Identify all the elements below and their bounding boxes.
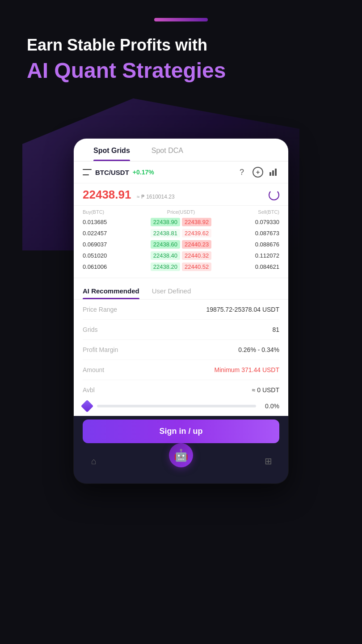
ticker-symbol: BTC/USDT xyxy=(95,169,129,176)
svg-rect-2 xyxy=(275,169,277,176)
grid-icon: ⊞ xyxy=(263,456,274,466)
settings-panel: AI Recommended User Defined Price Range … xyxy=(74,278,288,400)
order-book-row: 0.022457 22438.81 22439.62 0.087673 xyxy=(74,228,288,239)
svg-rect-0 xyxy=(269,172,271,176)
robot-fab[interactable] xyxy=(169,443,193,467)
col-sell-header: Sell(BTC) xyxy=(214,209,279,215)
ob-prices: 22438.60 22440.23 xyxy=(148,240,214,249)
settings-value: Minimum 371.44 USDT xyxy=(215,366,280,373)
top-bar xyxy=(0,0,362,21)
ob-sell-price: 22440.23 xyxy=(182,240,211,249)
settings-row: Price Range 19875.72-25378.04 USDT xyxy=(83,300,279,320)
nav-grid[interactable]: ⊞ xyxy=(263,456,274,480)
nav-left-icon xyxy=(129,456,139,466)
ob-buy-price: 22438.20 xyxy=(151,263,180,271)
phone-card: Spot Grids Spot DCA BTC/USDT +0.17% ? + xyxy=(74,139,288,483)
slider-value: 0.0% xyxy=(261,402,279,410)
ob-sell-qty: 0.079330 xyxy=(214,219,279,225)
settings-rows: Price Range 19875.72-25378.04 USDT Grids… xyxy=(74,300,288,400)
settings-value: ≈ 0 USDT xyxy=(252,386,279,394)
price-row: 22438.91 ≈ ₱ 1610014.23 xyxy=(74,183,288,206)
ob-buy-price: 22438.60 xyxy=(151,240,180,249)
ob-sell-qty: 0.112072 xyxy=(214,252,279,259)
settings-label: Avbl xyxy=(83,386,95,394)
refresh-icon[interactable] xyxy=(269,190,279,200)
ticker-change: +0.17% xyxy=(133,169,236,176)
settings-label: Price Range xyxy=(83,306,117,313)
slider-track[interactable] xyxy=(97,405,256,407)
order-book-row: 0.061006 22438.20 22440.52 0.084621 xyxy=(74,261,288,272)
ob-sell-price: 22438.92 xyxy=(182,218,211,226)
settings-row: Grids 81 xyxy=(83,320,279,340)
price-approx: ≈ ₱ 1610014.23 xyxy=(137,194,175,200)
settings-tabs: AI Recommended User Defined xyxy=(74,278,288,300)
settings-row: Amount Minimum 371.44 USDT xyxy=(83,360,279,380)
order-book-row: 0.051020 22438.40 22440.32 0.112072 xyxy=(74,250,288,261)
ob-sell-qty: 0.088676 xyxy=(214,241,279,248)
chart-icon[interactable] xyxy=(269,167,279,178)
signin-button[interactable]: Sign in / up xyxy=(83,419,279,443)
order-book-row: 0.013685 22438.90 22438.92 0.079330 xyxy=(74,216,288,228)
ob-buy-qty: 0.051020 xyxy=(83,252,148,259)
ob-sell-qty: 0.084621 xyxy=(214,263,279,270)
price-main: 22438.91 xyxy=(83,188,131,201)
ticker-row: BTC/USDT +0.17% ? + xyxy=(74,161,288,183)
order-book-rows: 0.013685 22438.90 22438.92 0.079330 0.02… xyxy=(74,216,288,272)
ob-sell-price: 22439.62 xyxy=(182,229,211,237)
settings-value: 19875.72-25378.04 USDT xyxy=(206,306,279,313)
hero-section: Earn Stable Profits with AI Quant Strate… xyxy=(0,21,362,83)
ticker-actions: ? + xyxy=(236,167,279,178)
top-pill xyxy=(154,18,208,21)
tab-ai-recommended[interactable]: AI Recommended xyxy=(83,284,139,299)
nav-placeholder-left xyxy=(129,456,139,480)
ob-sell-qty: 0.087673 xyxy=(214,230,279,237)
ob-buy-qty: 0.069037 xyxy=(83,241,148,248)
hero-subtitle: Earn Stable Profits with xyxy=(27,35,335,56)
ob-buy-price: 22438.40 xyxy=(151,251,180,260)
home-icon: ⌂ xyxy=(88,456,99,466)
ob-prices: 22438.90 22438.92 xyxy=(148,218,214,226)
order-book-row: 0.069037 22438.60 22440.23 0.088676 xyxy=(74,239,288,250)
ob-buy-price: 22438.81 xyxy=(151,229,180,237)
ob-prices: 22438.20 22440.52 xyxy=(148,263,214,271)
hero-title: AI Quant Strategies xyxy=(27,58,335,84)
ob-prices: 22438.40 22440.32 xyxy=(148,251,214,260)
settings-label: Profit Margin xyxy=(83,346,118,353)
slider-container: 0.0% xyxy=(74,400,288,416)
nav-placeholder-right xyxy=(223,456,233,480)
ob-buy-qty: 0.022457 xyxy=(83,230,148,237)
settings-row: Profit Margin 0.26% - 0.34% xyxy=(83,340,279,360)
tab-bar: Spot Grids Spot DCA xyxy=(74,139,288,161)
order-book: Buy(BTC) Price(USDT) Sell(BTC) 0.013685 … xyxy=(74,206,288,278)
tab-user-defined[interactable]: User Defined xyxy=(152,284,191,299)
order-book-header: Buy(BTC) Price(USDT) Sell(BTC) xyxy=(74,208,288,216)
tab-spot-grids[interactable]: Spot Grids xyxy=(83,139,141,161)
settings-value: 81 xyxy=(272,326,279,333)
ob-buy-qty: 0.061006 xyxy=(83,263,148,270)
col-price-header: Price(USDT) xyxy=(148,209,214,215)
ob-buy-price: 22438.90 xyxy=(151,218,180,226)
add-icon[interactable]: + xyxy=(253,167,263,178)
filter-icon xyxy=(83,169,92,175)
nav-right-icon xyxy=(223,456,233,466)
settings-label: Amount xyxy=(83,366,104,373)
col-buy-header: Buy(BTC) xyxy=(83,209,148,215)
svg-rect-1 xyxy=(272,170,274,176)
slider-row: 0.0% xyxy=(83,402,279,411)
ob-sell-price: 22440.32 xyxy=(182,251,211,260)
phone-mockup: Spot Grids Spot DCA BTC/USDT +0.17% ? + xyxy=(74,139,288,483)
slider-thumb[interactable] xyxy=(81,400,93,412)
settings-row: Avbl ≈ 0 USDT xyxy=(83,380,279,400)
help-icon[interactable]: ? xyxy=(236,167,247,178)
settings-label: Grids xyxy=(83,326,97,333)
tab-spot-dca[interactable]: Spot DCA xyxy=(141,139,194,161)
nav-home[interactable]: ⌂ xyxy=(88,456,99,480)
price-display: 22438.91 ≈ ₱ 1610014.23 xyxy=(83,188,175,202)
ob-buy-qty: 0.013685 xyxy=(83,219,148,225)
settings-value: 0.26% - 0.34% xyxy=(238,346,279,353)
ob-sell-price: 22440.52 xyxy=(182,263,211,271)
ob-prices: 22438.81 22439.62 xyxy=(148,229,214,237)
